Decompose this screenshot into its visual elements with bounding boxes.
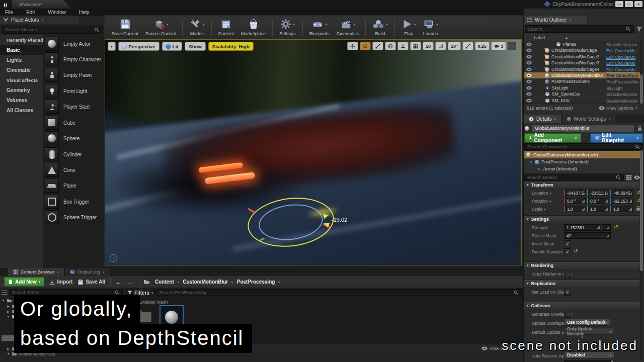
maximize-viewport-button[interactable]: □ <box>508 42 516 50</box>
scale-x-field[interactable]: 1,0 <box>564 206 586 212</box>
close-icon[interactable]: × <box>103 270 105 274</box>
visibility-eye-icon[interactable] <box>526 99 532 103</box>
category-geometry[interactable]: Geometry <box>0 85 43 95</box>
actor-item-sphere[interactable]: Sphere <box>45 131 79 145</box>
component-row-arrow[interactable]: ↖ Arrow (Inherited) <box>524 165 641 172</box>
visibility-eye-icon[interactable] <box>526 86 532 90</box>
expand-icon[interactable]: ▶ <box>7 347 10 350</box>
category-basic[interactable]: Basic <box>0 45 43 55</box>
expand-icon[interactable]: ▼ <box>7 315 10 318</box>
surface-snap-button[interactable] <box>397 42 409 50</box>
actor-item-box-trigger[interactable]: Box Trigger <box>45 195 89 209</box>
visibility-eye-icon[interactable] <box>526 79 532 83</box>
component-row-self-selected[interactable]: GlobalStationaryMotionblur(self) <box>524 151 641 158</box>
edit-blueprint-button[interactable]: Edit Blueprint ▾ <box>590 133 643 143</box>
translate-tool-button[interactable] <box>347 42 358 50</box>
category-cinematic[interactable]: Cinematic <box>0 65 43 75</box>
section-rendering[interactable]: ▾Rendering <box>524 261 639 268</box>
generate-overlap-checkbox[interactable] <box>564 311 571 318</box>
visibility-eye-icon[interactable] <box>526 55 532 59</box>
outliner-column-label[interactable]: Label <box>524 35 545 40</box>
sources-toggle-icon[interactable] <box>2 290 8 296</box>
launch-button[interactable]: ▾Launch <box>419 17 442 38</box>
category-lights[interactable]: Lights <box>0 55 43 65</box>
source-control-button[interactable]: ▾Source Control <box>142 17 179 38</box>
menu-edit[interactable]: Edit <box>26 10 35 15</box>
cinematics-button[interactable]: ▾Cinematics <box>333 17 363 38</box>
visibility-eye-icon[interactable] <box>526 48 532 52</box>
level-viewport[interactable]: -19.02 ▾ Perspective Lit Show Scalabilit… <box>105 39 522 265</box>
reset-icon[interactable]: ↺ <box>574 249 578 254</box>
rotate-tool-button[interactable] <box>360 42 371 50</box>
property-scale[interactable]: Scale▾ <box>532 207 546 212</box>
actor-item-cube[interactable]: Cube <box>45 116 75 130</box>
rotation-x-field[interactable]: 0,0 ° <box>564 198 586 204</box>
import-button[interactable]: Import <box>49 279 72 285</box>
close-icon[interactable]: × <box>609 117 611 121</box>
menu-help[interactable]: Help <box>79 10 90 15</box>
expand-icon[interactable]: ▼ <box>529 160 533 163</box>
property-matrix-icon[interactable] <box>626 174 632 180</box>
outliner-search-input[interactable]: Search... <box>525 25 634 33</box>
show-button[interactable]: Show <box>185 42 205 51</box>
add-component-button[interactable]: + Add Component ▾ <box>524 133 581 143</box>
scalability-button[interactable]: Scalability: High <box>208 42 254 51</box>
play-button[interactable]: ▾Play <box>398 17 420 38</box>
location-y-field[interactable]: -21611,1 <box>587 190 609 196</box>
property-location[interactable]: Location▾ <box>532 191 551 196</box>
actor-item-empty-pawn[interactable]: Empty Pawn <box>45 68 92 82</box>
visibility-eye-icon[interactable] <box>526 61 532 65</box>
expand-icon[interactable]: ▶ <box>7 310 10 313</box>
breadcrumb-postprocessing[interactable]: PostProcessing <box>237 279 275 285</box>
visibility-eye-icon[interactable] <box>526 42 532 46</box>
strength-extra-field[interactable] <box>602 224 611 231</box>
close-button[interactable]: × <box>634 1 642 7</box>
details-tab[interactable]: Details × <box>524 115 561 123</box>
perspective-button[interactable]: Perspective <box>118 42 159 51</box>
editor-level-tab[interactable]: Showcase* <box>12 0 71 9</box>
close-icon[interactable]: × <box>570 18 572 22</box>
lock-icon[interactable] <box>637 126 642 131</box>
scale-snap-button[interactable] <box>462 42 473 50</box>
camera-speed-button[interactable]: 3 <box>491 42 506 50</box>
back-button[interactable]: ← <box>116 279 122 286</box>
expand-icon[interactable]: ▶ <box>7 304 10 308</box>
actor-item-point-light[interactable]: Point Light <box>45 84 87 98</box>
visibility-eye-icon[interactable] <box>526 67 532 71</box>
rotation-snap-button[interactable] <box>435 42 446 50</box>
section-settings[interactable]: ▾Settings <box>524 215 639 222</box>
actor-item-empty-character[interactable]: Empty Character <box>45 52 101 66</box>
close-icon[interactable]: × <box>554 117 556 121</box>
place-actors-tab[interactable]: Place Actors × <box>0 16 78 24</box>
scale-tool-button[interactable] <box>372 42 383 50</box>
world-local-toggle[interactable] <box>385 42 396 50</box>
search-components-input[interactable]: Search Components <box>524 143 643 150</box>
visibility-eye-icon[interactable] <box>526 73 532 77</box>
location-x-field[interactable]: -64107,5 <box>564 190 586 196</box>
section-replication[interactable]: ▾Replication <box>524 280 639 287</box>
save-all-button[interactable]: Save All <box>77 279 105 285</box>
menu-file[interactable]: File <box>5 10 13 15</box>
actor-item-sphere-trigger[interactable]: Sphere Trigger <box>45 210 97 224</box>
reset-icon[interactable]: ↺ <box>614 225 618 230</box>
help-icon[interactable]: ? <box>110 254 117 262</box>
visibility-eye-icon[interactable] <box>526 92 532 96</box>
actor-item-cylinder[interactable]: Cylinder <box>45 147 82 161</box>
details-scrollbar[interactable] <box>640 150 643 361</box>
edit-blueprint-link[interactable]: Edit CircularMo <box>606 55 639 60</box>
search-assets-input[interactable]: Search PostProcessing <box>156 289 522 296</box>
rotation-y-field[interactable]: 0,0 ° <box>587 198 609 204</box>
actor-item-empty-actor[interactable]: Empty Actor <box>45 37 91 51</box>
actor-item-plane[interactable]: Plane <box>45 178 76 193</box>
expand-icon[interactable]: ▼ <box>7 352 10 355</box>
modes-button[interactable]: ▾Modes <box>186 17 208 38</box>
scale-snap-value[interactable]: 0,25 <box>475 42 490 50</box>
menu-window[interactable]: Window <box>48 10 66 15</box>
output-log-tab[interactable]: Output Log × <box>65 268 110 276</box>
add-new-button[interactable]: Add New ▾ <box>4 277 44 287</box>
category-visual-effects[interactable]: Visual Effects <box>0 75 43 85</box>
marketplace-button[interactable]: Marketplace <box>237 17 269 38</box>
rotation-snap-value[interactable]: 10° <box>448 42 461 50</box>
scale-y-field[interactable]: 1,0 <box>587 206 609 212</box>
section-transform[interactable]: ▾Transform <box>524 181 639 188</box>
